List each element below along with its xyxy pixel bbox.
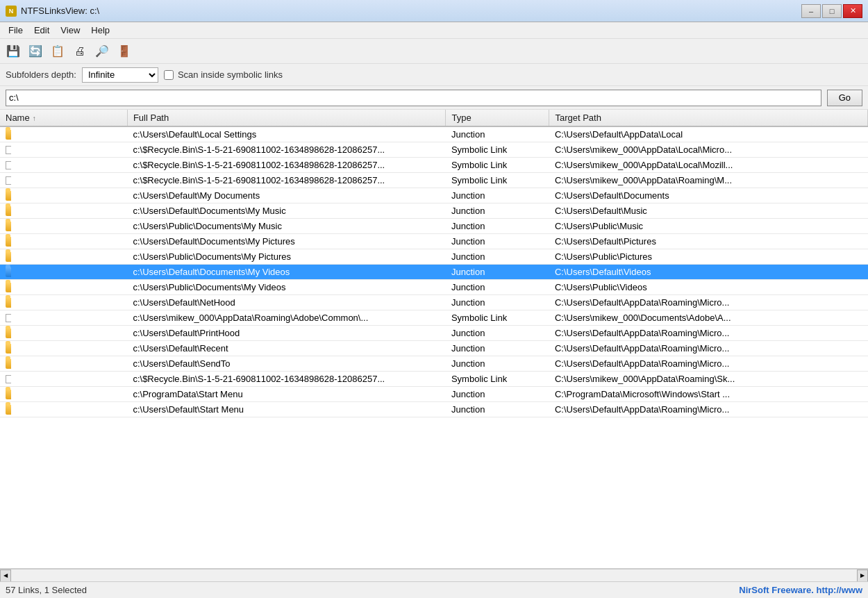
copy-button[interactable]: 📋 (47, 42, 68, 61)
cell-name: Start Menu (0, 387, 11, 401)
cell-fullpath: c:\$Recycle.Bin\S-1-5-21-690811002-16348… (127, 142, 446, 158)
scan-symbolic-links-label: Scan inside symbolic links (178, 69, 283, 80)
toolbar: 💾🔄📋🖨🔎🚪 (0, 39, 868, 64)
table-row[interactable]: Start Menuc:\Users\Default\Start MenuJun… (0, 402, 868, 417)
links-table: Name↑ Full Path Type Target Path Local S… (0, 110, 868, 417)
column-header-name[interactable]: Name↑ (0, 110, 127, 126)
refresh-button[interactable]: 🔄 (25, 42, 46, 61)
cell-targetpath: C:\Users\Default\Videos (549, 265, 868, 280)
cell-fullpath: c:\$Recycle.Bin\S-1-5-21-690811002-16348… (127, 158, 446, 173)
cell-targetpath: C:\Users\Default\AppData\Roaming\Micro..… (549, 402, 868, 417)
cell-type: Junction (446, 295, 549, 310)
subfolders-depth-select[interactable]: Infinite12345 (82, 67, 158, 83)
menu-item-view[interactable]: View (55, 24, 85, 37)
table-row[interactable]: My Picturesc:\Users\Default\Documents\My… (0, 234, 868, 249)
cell-name: Skype (0, 372, 11, 386)
column-header-type[interactable]: Type (446, 110, 549, 126)
column-header-targetpath[interactable]: Target Path (549, 110, 868, 126)
cell-type: Junction (446, 219, 549, 234)
folder-icon (6, 252, 11, 262)
table-row[interactable]: Start Menuc:\ProgramData\Start MenuJunct… (0, 387, 868, 402)
scroll-left-button[interactable]: ◀ (0, 570, 11, 582)
cell-fullpath: c:\Users\Public\Documents\My Videos (127, 280, 446, 295)
cell-targetpath: C:\Users\mikew_000\Documents\Adobe\A... (549, 310, 868, 326)
window-title: NTFSLinksView: c:\ (21, 6, 99, 16)
cell-name: Presets (0, 310, 11, 325)
column-header-fullpath[interactable]: Full Path (127, 110, 446, 126)
cell-targetpath: C:\Users\mikew_000\AppData\Local\Mozill.… (549, 158, 868, 173)
folder-icon (6, 344, 11, 354)
cell-fullpath: c:\$Recycle.Bin\S-1-5-21-690811002-16348… (127, 372, 446, 387)
symlink-icon (6, 146, 11, 154)
cell-type: Junction (446, 280, 549, 295)
cell-type: Junction (446, 326, 549, 341)
exit-button[interactable]: 🚪 (114, 42, 135, 61)
cell-name: SendTo (0, 356, 11, 371)
cell-type: Junction (446, 341, 549, 356)
cell-name: Recent (0, 341, 11, 356)
scroll-right-button[interactable]: ▶ (857, 570, 868, 582)
table-row[interactable]: My Documentsc:\Users\Default\My Document… (0, 188, 868, 204)
save-button[interactable]: 💾 (3, 42, 24, 61)
print-button[interactable]: 🖨 (69, 42, 90, 61)
cell-name: Media Player (0, 142, 11, 157)
scroll-track[interactable] (11, 570, 857, 581)
go-button[interactable]: Go (827, 90, 862, 106)
table-row[interactable]: My Videosc:\Users\Public\Documents\My Vi… (0, 280, 868, 295)
folder-icon (6, 283, 11, 292)
table-row[interactable]: SendToc:\Users\Default\SendToJunctionC:\… (0, 356, 868, 372)
cell-targetpath: C:\Users\Default\Documents (549, 188, 868, 204)
cell-type: Junction (446, 402, 549, 417)
status-right: NirSoft Freeware. http://www (739, 585, 862, 595)
cell-type: Junction (446, 126, 549, 142)
status-left: 57 Links, 1 Selected (6, 585, 87, 595)
folder-icon (6, 191, 11, 201)
cell-type: Symbolic Link (446, 372, 549, 387)
symlink-icon (6, 314, 11, 322)
table-row[interactable]: My Musicc:\Users\Public\Documents\My Mus… (0, 219, 868, 234)
symlink-icon (6, 375, 11, 383)
table-row[interactable]: Media Playerc:\$Recycle.Bin\S-1-5-21-690… (0, 142, 868, 158)
table-row[interactable]: My Picturesc:\Users\Public\Documents\My … (0, 249, 868, 265)
cell-name: My Music (0, 204, 11, 218)
status-bar: 57 Links, 1 Selected NirSoft Freeware. h… (0, 581, 868, 598)
table-row[interactable]: PrintHoodc:\Users\Default\PrintHoodJunct… (0, 326, 868, 341)
maximize-button[interactable]: □ (822, 4, 842, 18)
cell-targetpath: C:\Users\Public\Music (549, 219, 868, 234)
table-row[interactable]: Mozillac:\$Recycle.Bin\S-1-5-21-69081100… (0, 173, 868, 188)
table-row[interactable]: My Videosc:\Users\Default\Documents\My V… (0, 265, 868, 280)
cell-name: Mozilla (0, 158, 11, 172)
title-bar-left: N NTFSLinksView: c:\ (6, 6, 99, 17)
cell-targetpath: C:\Users\Default\AppData\Local (549, 126, 868, 142)
table-container[interactable]: Name↑ Full Path Type Target Path Local S… (0, 110, 868, 569)
table-row[interactable]: Recentc:\Users\Default\RecentJunctionC:\… (0, 341, 868, 356)
scan-symbolic-links-checkbox[interactable] (164, 70, 174, 80)
close-button[interactable]: ✕ (843, 4, 862, 18)
cell-targetpath: C:\Users\Public\Videos (549, 280, 868, 295)
table-row[interactable]: Local Settingsc:\Users\Default\Local Set… (0, 126, 868, 142)
symlink-icon (6, 161, 11, 169)
menu-item-help[interactable]: Help (85, 24, 115, 37)
cell-fullpath: c:\$Recycle.Bin\S-1-5-21-690811002-16348… (127, 173, 446, 188)
table-row[interactable]: Mozillac:\$Recycle.Bin\S-1-5-21-69081100… (0, 158, 868, 173)
table-row[interactable]: My Musicc:\Users\Default\Documents\My Mu… (0, 204, 868, 219)
path-input[interactable] (6, 90, 821, 106)
horizontal-scrollbar[interactable]: ◀ ▶ (0, 569, 868, 581)
menu-item-file[interactable]: File (3, 24, 28, 37)
cell-fullpath: c:\Users\Default\NetHood (127, 295, 446, 310)
table-row[interactable]: Presetsc:\Users\mikew_000\AppData\Roamin… (0, 310, 868, 326)
cell-fullpath: c:\Users\Default\My Documents (127, 188, 446, 204)
cell-name: NetHood (0, 295, 11, 310)
cell-type: Junction (446, 249, 549, 265)
search-button[interactable]: 🔎 (92, 42, 112, 61)
cell-targetpath: C:\Users\Default\Music (549, 204, 868, 219)
minimize-button[interactable]: – (801, 4, 821, 18)
cell-type: Symbolic Link (446, 173, 549, 188)
table-row[interactable]: Skypec:\$Recycle.Bin\S-1-5-21-690811002-… (0, 372, 868, 387)
app-icon: N (6, 6, 17, 17)
cell-fullpath: c:\Users\Default\Documents\My Videos (127, 265, 446, 280)
menu-item-edit[interactable]: Edit (28, 24, 55, 37)
cell-targetpath: C:\Users\mikew_000\AppData\Local\Micro..… (549, 142, 868, 158)
table-row[interactable]: NetHoodc:\Users\Default\NetHoodJunctionC… (0, 295, 868, 310)
cell-targetpath: C:\Users\mikew_000\AppData\Roaming\Sk... (549, 372, 868, 387)
